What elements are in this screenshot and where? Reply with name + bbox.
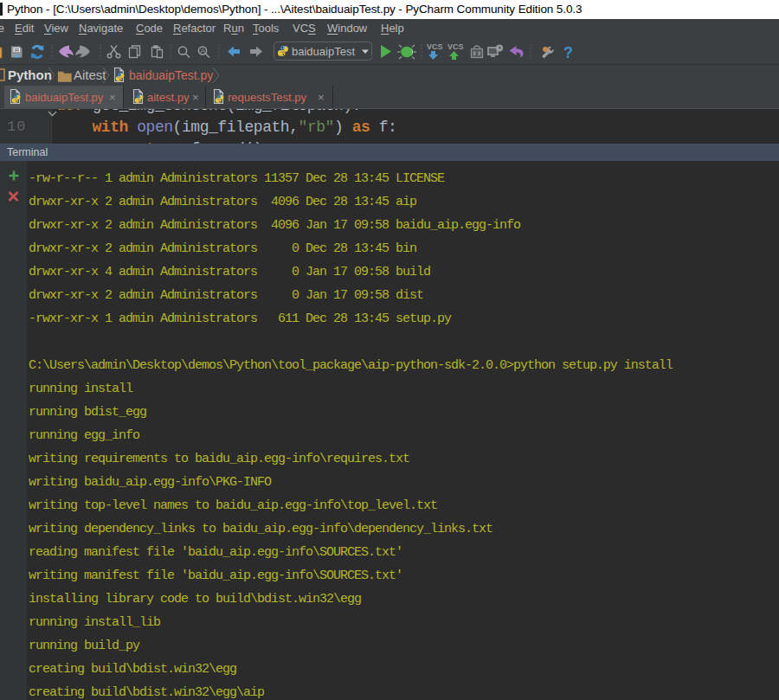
svg-text:?: ?: [563, 44, 573, 61]
svg-text:VCS: VCS: [427, 42, 443, 51]
svg-text:×: ×: [318, 91, 325, 104]
svg-text:Python: Python: [8, 67, 52, 82]
svg-text:baiduaipTest: baiduaipTest: [292, 45, 355, 58]
svg-text:baiduaipTest.py: baiduaipTest.py: [25, 91, 104, 104]
svg-text:VCS: VCS: [447, 42, 464, 51]
svg-text:requestsTest.py: requestsTest.py: [228, 91, 307, 104]
svg-text:×: ×: [109, 91, 116, 104]
svg-text:baiduaipTest.py: baiduaipTest.py: [129, 68, 213, 82]
svg-text:aitest.py: aitest.py: [147, 91, 190, 104]
svg-text:A: A: [200, 46, 206, 55]
svg-text:×: ×: [192, 91, 199, 104]
svg-text:Aitest: Aitest: [74, 67, 106, 82]
